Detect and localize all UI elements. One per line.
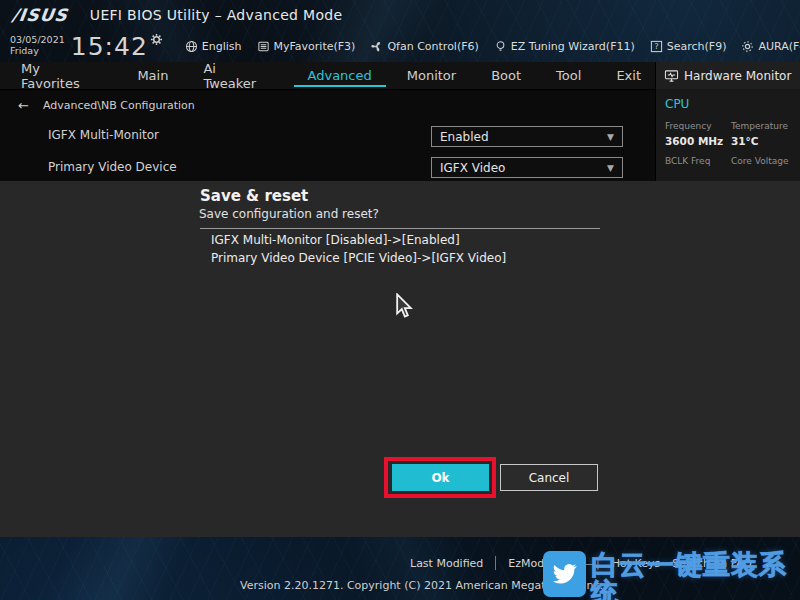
toolbar-item-qfan[interactable]: Qfan Control(F6)	[370, 40, 478, 53]
toolbar-item-search[interactable]: ? Search(F9)	[650, 40, 727, 53]
fan-icon	[370, 40, 383, 53]
globe-icon	[185, 40, 198, 53]
frequency-label: Frequency	[665, 121, 731, 131]
search-icon: ?	[650, 40, 663, 53]
toolbar-item-label: Qfan Control(F6)	[387, 40, 478, 53]
svg-text:?: ?	[654, 42, 658, 51]
change-entry: Primary Video Device [PCIE Video]->[IGFX…	[211, 251, 506, 265]
toolbar-item-label: EZ Tuning Wizard(F11)	[511, 40, 635, 53]
page-title: UEFI BIOS Utility – Advanced Mode	[90, 7, 343, 23]
toolbar-item-label: AURA(F4)	[758, 40, 800, 53]
dialog-title: Save & reset	[200, 187, 308, 205]
temperature-value: 31°C	[731, 133, 800, 147]
tab-tool[interactable]: Tool	[542, 64, 595, 87]
tab-main[interactable]: Main	[123, 64, 182, 87]
core-voltage-label: Core Voltage	[731, 156, 800, 166]
chevron-down-icon: ▼	[607, 163, 614, 173]
tab-boot[interactable]: Boot	[477, 64, 535, 87]
toolbar-item-label: Search(F9)	[667, 40, 727, 53]
last-modified-button[interactable]: Last Modified	[410, 557, 483, 570]
bclk-freq-label: BCLK Freq	[665, 156, 731, 166]
toolbar-item-ez-tuning[interactable]: EZ Tuning Wizard(F11)	[494, 40, 635, 53]
tab-my-favorites[interactable]: My Favorites	[7, 57, 116, 95]
title-bar: /ISUS UEFI BIOS Utility – Advanced Mode	[0, 0, 800, 30]
save-reset-dialog: Save & reset Save configuration and rese…	[0, 181, 800, 537]
main-menu: My Favorites Main Ai Tweaker Advanced Mo…	[0, 62, 655, 90]
gear-icon[interactable]	[150, 33, 163, 46]
breadcrumb-text: Advanced\NB Configuration	[43, 99, 195, 112]
watermark-brand-text: 白云一键重装系统	[591, 551, 800, 600]
cpu-section-label: CPU	[656, 89, 800, 111]
toolbar-item-aura[interactable]: AURA(F4)	[741, 40, 800, 53]
toolbar-item-language[interactable]: English	[185, 40, 242, 53]
bios-screen: /ISUS UEFI BIOS Utility – Advanced Mode …	[0, 0, 800, 600]
ok-button[interactable]: Ok	[392, 464, 489, 491]
toolbar: 03/05/2021 Friday 15:42 English	[0, 30, 800, 62]
datetime-block: 03/05/2021 Friday	[10, 35, 65, 57]
settings-page: ← Advanced\NB Configuration IGFX Multi-M…	[0, 90, 655, 181]
change-entry: IGFX Multi-Monitor [Disabled]->[Enabled]	[211, 233, 460, 247]
hardware-monitor-panel: Hardware Monitor CPU Frequency Temperatu…	[655, 62, 800, 181]
footer-divider	[495, 556, 496, 570]
hardware-monitor-title: Hardware Monitor	[684, 69, 791, 83]
temperature-label: Temperature	[731, 121, 800, 131]
primary-video-device-select[interactable]: IGFX Video ▼	[431, 157, 623, 178]
tab-exit[interactable]: Exit	[602, 64, 655, 87]
twitter-bird-icon	[543, 551, 586, 597]
watermark: 白云一键重装系统 www.baiyunxitong.com	[543, 551, 800, 600]
chevron-down-icon: ▼	[607, 132, 614, 142]
primary-video-device-value: IGFX Video	[440, 161, 505, 175]
mouse-cursor	[395, 293, 413, 323]
breadcrumb: ← Advanced\NB Configuration	[0, 90, 655, 113]
aura-icon	[741, 40, 754, 53]
back-arrow-icon[interactable]: ←	[18, 98, 29, 113]
monitor-icon	[664, 69, 679, 83]
frequency-value: 3600 MHz	[665, 133, 731, 147]
toolbar-item-myfavorite[interactable]: MyFavorite(F3)	[257, 40, 356, 53]
cancel-button[interactable]: Cancel	[500, 464, 598, 491]
primary-video-device-label: Primary Video Device	[48, 160, 177, 174]
tab-advanced[interactable]: Advanced	[294, 64, 386, 87]
toolbar-item-label: English	[202, 40, 242, 53]
wizard-bulb-icon	[494, 40, 507, 53]
igfx-multi-monitor-value: Enabled	[440, 130, 489, 144]
dialog-message: Save configuration and reset?	[199, 207, 379, 221]
igfx-multi-monitor-select[interactable]: Enabled ▼	[431, 126, 623, 147]
dialog-divider	[200, 228, 600, 229]
favorites-icon	[257, 40, 270, 53]
tab-monitor[interactable]: Monitor	[393, 64, 470, 87]
day-text: Friday	[10, 46, 65, 57]
asus-logo: /ISUS	[11, 5, 70, 25]
tab-ai-tweaker[interactable]: Ai Tweaker	[189, 57, 286, 95]
toolbar-item-label: MyFavorite(F3)	[274, 40, 356, 53]
igfx-multi-monitor-label: IGFX Multi-Monitor	[48, 128, 159, 142]
